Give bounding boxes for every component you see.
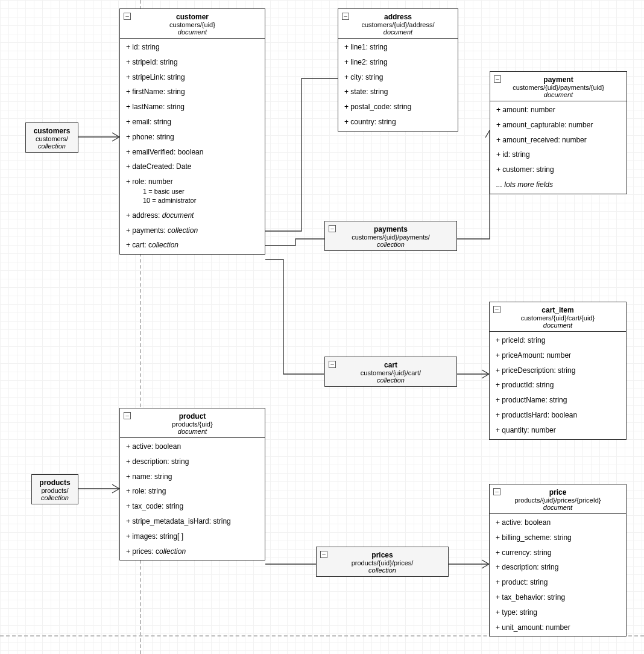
entity-title: payment <box>494 75 623 84</box>
entity-payment[interactable]: – payment customers/{uid}/payments/{uid}… <box>490 71 627 194</box>
field-sub: 10 = administrator <box>126 196 260 205</box>
field: + stripeId: string <box>120 55 265 70</box>
entity-title: prices <box>320 551 444 559</box>
field: + state: string <box>338 84 458 100</box>
field: + billing_scheme: string <box>490 530 626 545</box>
collapse-icon[interactable]: – <box>320 551 327 558</box>
collapse-icon[interactable]: – <box>494 75 501 83</box>
field: + priceAmount: number <box>490 348 626 363</box>
field-cart: + cart: collection <box>120 238 265 253</box>
field: + postal_code: string <box>338 100 458 115</box>
field: + city: string <box>338 70 458 85</box>
entity-stereotype: collection <box>329 376 453 384</box>
entity-title: customers <box>30 127 74 135</box>
entity-cart[interactable]: – cart customers/{uid}/cart/ collection <box>324 357 457 387</box>
entity-stereotype: document <box>494 91 623 98</box>
field: + dateCreated: Date <box>120 159 265 174</box>
entity-payments[interactable]: – payments customers/{uid}/payments/ col… <box>324 221 457 251</box>
collapse-icon[interactable]: – <box>329 225 336 232</box>
entity-path: customers/{uid}/cart/ <box>329 369 453 376</box>
field-payments: + payments: collection <box>120 223 265 238</box>
field: + id: string <box>490 147 627 162</box>
field: + amount_received: number <box>490 133 627 148</box>
collapse-icon[interactable]: – <box>493 306 500 313</box>
entity-body: + active: boolean + billing_scheme: stri… <box>490 514 626 636</box>
entity-prices[interactable]: – prices products/{uid}/prices/ collecti… <box>316 547 449 577</box>
field: + tax_code: string <box>120 499 265 514</box>
entity-stereotype: document <box>493 504 622 511</box>
field: + description: string <box>490 560 626 575</box>
field: + active: boolean <box>120 439 265 454</box>
entity-title: customer <box>124 13 261 21</box>
entity-body: + line1: string + line2: string + city: … <box>338 39 458 131</box>
entity-customers[interactable]: customers customers/ collection <box>25 122 78 153</box>
field: + emailVerified: boolean <box>120 145 265 160</box>
field-em: ... lots more fields <box>496 180 553 189</box>
entity-cart-item[interactable]: – cart_item customers/{uid}/cart/{uid} d… <box>489 302 627 440</box>
entity-stereotype: document <box>124 28 261 36</box>
field: + line1: string <box>338 40 458 55</box>
field: + unit_amount: number <box>490 620 626 635</box>
field: + stripe_metadata_isHard: string <box>120 514 265 529</box>
field: + line2: string <box>338 55 458 70</box>
field: + type: string <box>490 605 626 620</box>
entity-body: + id: string + stripeId: string + stripe… <box>120 39 265 254</box>
field: + description: string <box>120 454 265 469</box>
field: + role: string <box>120 484 265 499</box>
field-sub: 1 = basic user <box>126 187 260 196</box>
entity-body: + active: boolean + description: string … <box>120 438 265 560</box>
entity-product[interactable]: – product products/{uid} document + acti… <box>119 408 265 560</box>
entity-address[interactable]: – address customers/{uid}/address/ docum… <box>338 8 458 132</box>
entity-title: cart <box>329 361 453 369</box>
entity-stereotype: collection <box>30 142 74 150</box>
field: + priceId: string <box>490 333 626 348</box>
collapse-icon[interactable]: – <box>124 412 131 419</box>
field-address: + address: document <box>120 208 265 223</box>
entity-title: price <box>493 488 622 497</box>
field: + quantity: number <box>490 423 626 438</box>
field-prices: + prices: collection <box>120 544 265 559</box>
collapse-icon[interactable]: – <box>342 13 349 20</box>
field-more: ... lots more fields <box>490 177 627 192</box>
entity-title: payments <box>329 225 453 233</box>
field-pre: + payments: <box>126 226 168 235</box>
field: + stripeLink: string <box>120 70 265 85</box>
entity-price[interactable]: – price products/{uid}/prices/{priceId} … <box>489 484 627 637</box>
field: + productName: string <box>490 393 626 408</box>
entity-title: cart_item <box>493 306 622 314</box>
field-em: ollection <box>152 241 178 249</box>
er-diagram-canvas[interactable]: customers customers/ collection – custom… <box>0 0 644 654</box>
entity-title: products <box>36 478 74 487</box>
field-em: document <box>162 211 194 220</box>
entity-path: products/{uid} <box>124 421 261 428</box>
entity-stereotype: document <box>124 428 261 435</box>
entity-body: + amount: number + amount_capturable: nu… <box>490 101 627 194</box>
entity-stereotype: document <box>342 28 454 36</box>
collapse-icon[interactable]: – <box>493 488 500 495</box>
entity-path: products/ <box>36 487 74 494</box>
collapse-icon[interactable]: – <box>329 361 336 368</box>
entity-body: + priceId: string + priceAmount: number … <box>490 332 626 439</box>
field: + firstName: string <box>120 84 265 100</box>
entity-products[interactable]: products products/ collection <box>31 474 78 504</box>
collapse-icon[interactable]: – <box>124 13 131 20</box>
field: + id: string <box>120 40 265 55</box>
entity-customer[interactable]: – customer customers/{uid} document + id… <box>119 8 265 255</box>
entity-path: products/{uid}/prices/ <box>320 559 444 567</box>
entity-title: product <box>124 412 261 421</box>
entity-path: customers/{uid} <box>124 21 261 28</box>
field: + tax_behavior: string <box>490 590 626 605</box>
field: + email: string <box>120 115 265 130</box>
field: + phone: string <box>120 130 265 145</box>
entity-path: customers/{uid}/cart/{uid} <box>493 314 622 322</box>
field: + images: string[ ] <box>120 529 265 544</box>
entity-stereotype: collection <box>329 241 453 248</box>
field-role: + role: number 1 = basic user 10 = admin… <box>120 174 265 208</box>
field-pre: + prices: c <box>126 547 159 556</box>
field: + priceDescription: string <box>490 363 626 378</box>
field: + lastName: string <box>120 100 265 115</box>
field: + country: string <box>338 115 458 130</box>
field-em: collection <box>168 226 198 235</box>
field-text: + role: number <box>126 177 173 186</box>
field-pre: + address: <box>126 211 162 220</box>
